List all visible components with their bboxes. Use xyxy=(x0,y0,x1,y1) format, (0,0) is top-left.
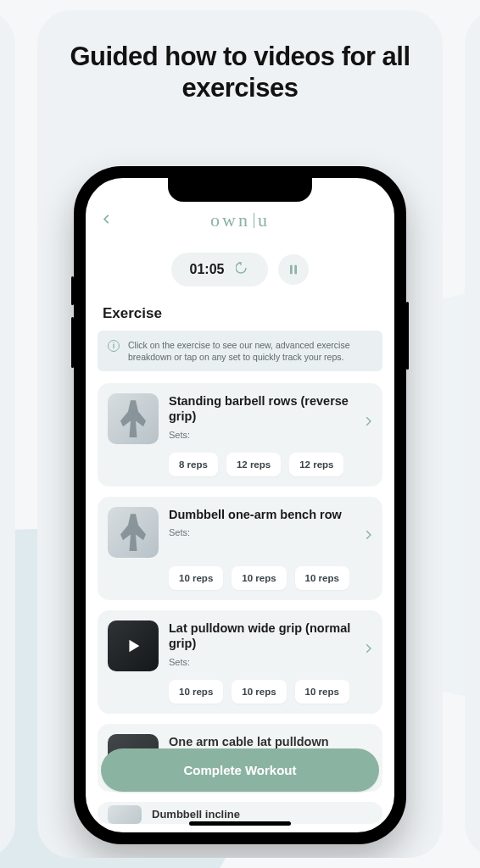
reps-row: 10 reps 10 reps 10 reps xyxy=(169,566,372,590)
reps-row: 8 reps 12 reps 12 reps xyxy=(169,453,372,476)
timer-pill: 01:05 xyxy=(171,253,269,287)
svg-rect-1 xyxy=(295,265,298,275)
info-icon: i xyxy=(108,340,120,352)
sets-label: Sets: xyxy=(169,430,357,440)
adjacent-card-right xyxy=(465,10,480,858)
brand-logo: own u xyxy=(210,209,270,231)
rep-chip[interactable]: 8 reps xyxy=(169,453,218,476)
rep-chip[interactable]: 10 reps xyxy=(232,680,286,704)
promo-card: Guided how to videos for all exercises o… xyxy=(37,10,443,858)
sets-label: Sets: xyxy=(169,657,357,667)
rep-chip[interactable]: 12 reps xyxy=(226,453,281,476)
rep-chip[interactable]: 10 reps xyxy=(295,680,349,704)
svg-marker-2 xyxy=(129,640,139,653)
exercise-name: Lat pulldown wide grip (normal grip) xyxy=(169,620,357,651)
app-root: own u 01:05 Exerc xyxy=(86,178,394,832)
sets-label: Sets: xyxy=(169,527,357,537)
rep-chip[interactable]: 10 reps xyxy=(232,566,286,590)
info-banner: i Click on the exercise to see our new, … xyxy=(98,331,382,371)
chevron-right-icon[interactable] xyxy=(362,415,374,431)
exercise-card[interactable]: Dumbbell one-arm bench row Sets: 10 reps… xyxy=(98,497,382,600)
chevron-right-icon[interactable] xyxy=(362,643,374,658)
timer-value: 01:05 xyxy=(190,262,225,277)
exercise-thumbnail[interactable] xyxy=(108,507,159,558)
timer-row: 01:05 xyxy=(98,253,382,287)
phone-screen: own u 01:05 Exerc xyxy=(86,178,394,832)
back-button[interactable] xyxy=(101,212,113,230)
exercise-card[interactable]: Standing barbell rows (reverse grip) Set… xyxy=(98,383,382,487)
app-header: own u xyxy=(98,203,382,237)
exercise-card[interactable]: Lat pulldown wide grip (normal grip) Set… xyxy=(98,610,382,714)
section-title: Exercise xyxy=(103,305,377,322)
complete-workout-button[interactable]: Complete Workout xyxy=(101,748,379,792)
play-icon xyxy=(108,620,159,671)
exercise-thumbnail[interactable] xyxy=(108,620,159,671)
chevron-right-icon[interactable] xyxy=(362,529,374,544)
rep-chip[interactable]: 12 reps xyxy=(289,453,343,476)
phone-side-button xyxy=(406,302,409,370)
phone-notch xyxy=(168,178,312,202)
rep-chip[interactable]: 10 reps xyxy=(169,680,223,704)
reps-row: 10 reps 10 reps 10 reps xyxy=(169,680,372,704)
adjacent-card-left xyxy=(0,10,15,858)
rep-chip[interactable]: 10 reps xyxy=(169,566,223,590)
svg-rect-0 xyxy=(290,265,293,275)
exercise-name: Dumbbell incline xyxy=(152,808,357,821)
exercise-thumbnail[interactable] xyxy=(108,393,159,444)
brand-left: own xyxy=(210,209,250,231)
exercise-thumbnail[interactable] xyxy=(108,805,142,824)
promo-headline: Guided how to videos for all exercises xyxy=(37,10,443,120)
rep-chip[interactable]: 10 reps xyxy=(295,566,349,590)
pause-button[interactable] xyxy=(278,254,309,285)
exercise-name: Standing barbell rows (reverse grip) xyxy=(169,393,357,424)
phone-mockup: own u 01:05 Exerc xyxy=(74,166,406,844)
brand-right: u xyxy=(258,209,270,231)
brand-separator xyxy=(254,213,254,228)
info-text: Click on the exercise to see our new, ad… xyxy=(128,339,372,363)
restart-icon[interactable] xyxy=(236,261,249,278)
home-indicator xyxy=(189,821,291,826)
complete-workout-label: Complete Workout xyxy=(183,763,296,777)
exercise-name: One arm cable lat pulldown xyxy=(169,734,357,749)
exercise-name: Dumbbell one-arm bench row xyxy=(169,507,357,522)
